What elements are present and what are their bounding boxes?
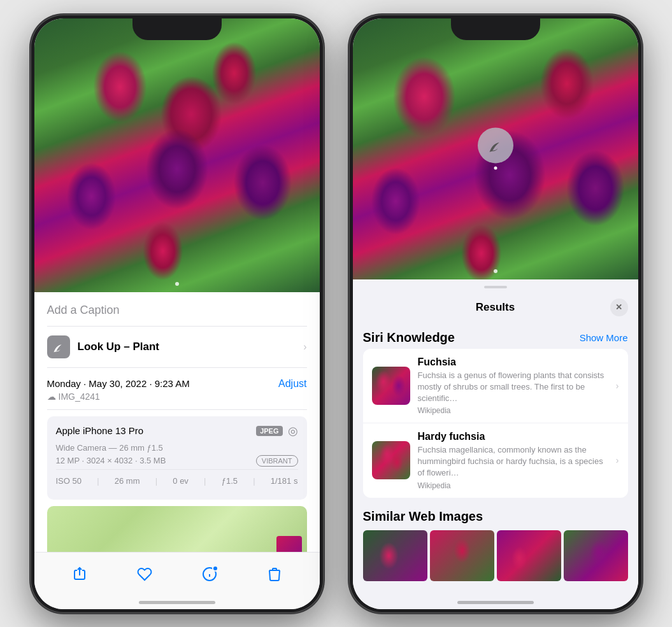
notch (132, 18, 222, 40)
date-info: Monday · May 30, 2022 · 9:23 AM ☁ IMG_42… (47, 378, 190, 402)
date-text: Monday · May 30, 2022 · 9:23 AM (47, 378, 190, 389)
fuchsia-chevron-icon: › (616, 381, 619, 391)
info-button[interactable] (196, 560, 224, 588)
divider1: | (97, 476, 99, 486)
similar-images-row (363, 530, 628, 581)
camera-model-text: Apple iPhone 13 Pro (56, 425, 144, 436)
exif-row: ISO 50 | 26 mm | 0 ev | ƒ1.5 | 1/181 s (56, 469, 298, 492)
right-page-dot (494, 269, 497, 273)
right-phone: Results ✕ Siri Knowledge Show More Fuchs… (349, 15, 642, 613)
similar-title: Similar Web Images (363, 509, 628, 524)
divider2: | (155, 476, 157, 486)
results-panel[interactable]: Results ✕ Siri Knowledge Show More Fuchs… (353, 279, 638, 609)
date-section: Monday · May 30, 2022 · 9:23 AM ☁ IMG_42… (47, 368, 307, 410)
location-text: IMG_4241 (59, 391, 100, 402)
specs-row: 12 MP · 3024 × 4032 · 3.5 MB VIBRANT (56, 455, 298, 467)
fuchsia-info: Fuchsia Fuchsia is a genus of flowering … (418, 356, 611, 416)
home-indicator-left (139, 601, 215, 604)
lookup-subject: Plant (132, 341, 159, 353)
share-icon (72, 567, 87, 582)
results-header: Results ✕ (353, 293, 638, 324)
similar-image-4[interactable] (564, 530, 628, 581)
home-indicator-right (457, 601, 534, 604)
iso-text: ISO 50 (56, 476, 82, 486)
show-more-button[interactable]: Show More (580, 332, 628, 343)
fuchsia-name: Fuchsia (418, 356, 611, 368)
knowledge-item-fuchsia[interactable]: Fuchsia Fuchsia is a genus of flowering … (363, 349, 628, 423)
fuchsia-thumbnail (372, 367, 410, 405)
similar-image-1[interactable] (363, 530, 427, 581)
caption-area[interactable]: Add a Caption (47, 292, 307, 327)
lookup-chevron-icon: › (303, 341, 306, 353)
lookup-row[interactable]: Look Up – Plant › (47, 327, 307, 368)
close-button[interactable]: ✕ (610, 299, 628, 316)
fuchsia-source: Wikipedia (418, 406, 611, 415)
photo-image-right[interactable] (353, 18, 638, 279)
hardy-chevron-icon: › (616, 455, 619, 465)
left-content: Add a Caption Look Up – Plant (34, 18, 320, 609)
adjust-button[interactable]: Adjust (278, 378, 306, 390)
lookup-icon (47, 335, 70, 358)
shutter-text: 1/181 s (271, 476, 298, 486)
specs-text: 12 MP · 3024 × 4032 · 3.5 MB (56, 456, 166, 465)
ev-text: 0 ev (173, 476, 189, 486)
location-line: ☁ IMG_4241 (47, 391, 190, 402)
location-icon: ◎ (288, 424, 298, 438)
favorite-button[interactable] (131, 560, 159, 588)
hardy-desc: Fuchsia magellanica, commonly known as t… (418, 444, 611, 479)
hardy-name: Hardy fuchsia (418, 431, 611, 442)
cloud-icon: ☁ (47, 391, 56, 402)
jpeg-badge: JPEG (256, 426, 282, 436)
trash-icon (268, 567, 282, 582)
photo-image-left[interactable] (34, 18, 320, 292)
leaf-icon (52, 340, 66, 354)
hardy-source: Wikipedia (418, 481, 611, 490)
siri-knowledge-header: Siri Knowledge Show More (353, 324, 638, 349)
camera-badges: JPEG ◎ (256, 424, 297, 438)
right-content: Results ✕ Siri Knowledge Show More Fuchs… (353, 18, 638, 609)
focal-text: 26 mm (115, 476, 140, 486)
left-screen: Add a Caption Look Up – Plant (34, 18, 320, 609)
divider3: | (204, 476, 206, 486)
camera-section: Apple iPhone 13 Pro JPEG ◎ Wide Camera —… (47, 416, 307, 500)
share-button[interactable] (66, 560, 94, 588)
visual-search-dot (494, 166, 497, 169)
visual-search-button[interactable] (478, 127, 513, 163)
divider4: | (253, 476, 255, 486)
right-notch (451, 18, 540, 40)
right-screen: Results ✕ Siri Knowledge Show More Fuchs… (353, 18, 638, 609)
similar-image-3[interactable] (497, 530, 561, 581)
drag-handle[interactable] (484, 286, 507, 288)
page-indicator-dot (175, 282, 179, 286)
camera-model-row: Apple iPhone 13 Pro JPEG ◎ (56, 424, 298, 438)
flowers-bg-left (34, 18, 320, 292)
delete-button[interactable] (261, 560, 289, 588)
info-badge-container (202, 567, 217, 582)
lens-row: Wide Camera — 26 mm ƒ1.5 (56, 443, 298, 453)
fuchsia-desc: Fuchsia is a genus of flowering plants t… (418, 370, 611, 405)
left-phone: Add a Caption Look Up – Plant (31, 15, 324, 613)
lookup-label: Look Up – Plant (78, 341, 159, 353)
similar-section: Similar Web Images (353, 500, 638, 586)
results-title: Results (381, 301, 610, 314)
similar-image-2[interactable] (430, 530, 494, 581)
phones-container: Add a Caption Look Up – Plant (31, 15, 642, 613)
aperture-text: ƒ1.5 (222, 476, 238, 486)
lookup-prefix: Look Up – (78, 341, 130, 353)
info-badge-dot (212, 565, 218, 572)
vibrant-badge: VIBRANT (256, 455, 298, 467)
hardy-thumbnail (372, 441, 410, 479)
leaf-search-icon (487, 136, 504, 154)
hardy-info: Hardy fuchsia Fuchsia magellanica, commo… (418, 431, 611, 490)
knowledge-card: Fuchsia Fuchsia is a genus of flowering … (363, 349, 628, 498)
heart-icon (137, 567, 152, 582)
caption-placeholder[interactable]: Add a Caption (47, 304, 120, 316)
knowledge-item-hardy[interactable]: Hardy fuchsia Fuchsia magellanica, commo… (363, 423, 628, 498)
siri-knowledge-title: Siri Knowledge (363, 330, 455, 345)
